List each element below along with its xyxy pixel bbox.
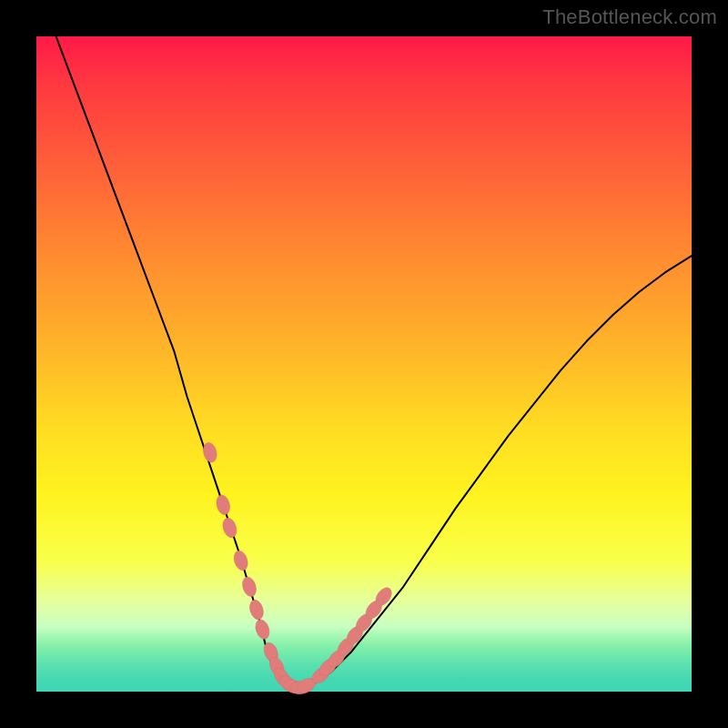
highlight-marker: [232, 549, 250, 571]
chart-frame: TheBottleneck.com: [0, 0, 728, 728]
plot-area: [36, 36, 692, 692]
watermark-label: TheBottleneck.com: [542, 5, 717, 29]
highlight-marker: [253, 618, 271, 641]
highlight-marker: [248, 598, 266, 621]
highlight-marker: [220, 516, 238, 539]
highlight-marker: [240, 575, 258, 598]
plot-svg: [36, 36, 692, 692]
highlight-markers: [201, 441, 394, 696]
highlight-marker: [215, 493, 232, 516]
bottleneck-curve: [56, 36, 692, 688]
highlight-marker: [201, 441, 218, 464]
